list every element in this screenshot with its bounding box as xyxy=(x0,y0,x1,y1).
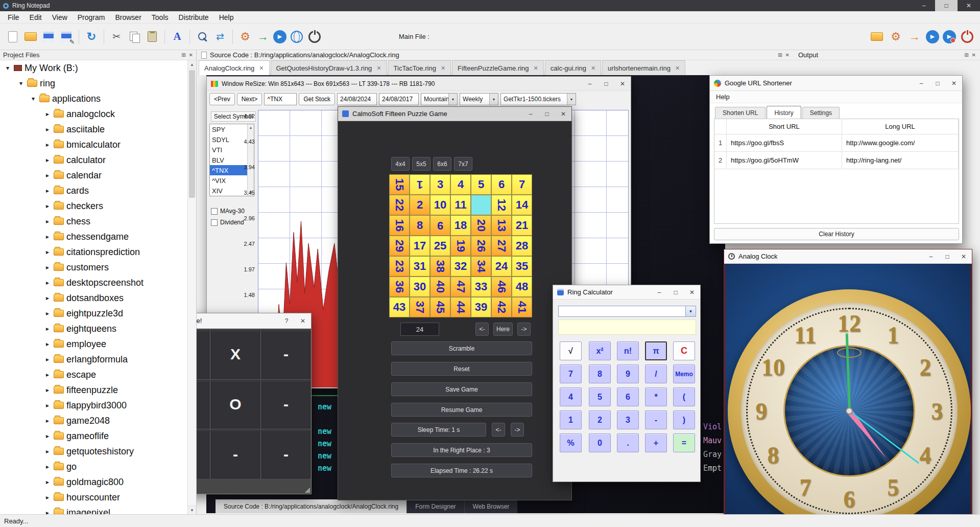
calculator-history-dropdown[interactable]: ▼ xyxy=(558,306,696,317)
tictactoe-cell[interactable]: - xyxy=(261,430,310,478)
menu-view[interactable]: View xyxy=(47,12,72,23)
tree-item-desktopscreenshot[interactable]: ▸desktopscreenshot xyxy=(0,275,187,290)
collapsed-arrow-icon[interactable]: ▸ xyxy=(44,248,51,256)
editor-tab[interactable]: TicTacToe.ring✕ xyxy=(388,60,451,75)
titlebar[interactable]: Ring Notepad – □ ✕ xyxy=(0,0,980,11)
symbol-option[interactable]: SPY xyxy=(210,124,247,134)
scrollbar-thumb[interactable] xyxy=(189,70,195,198)
puzzle-tile[interactable]: 46 xyxy=(491,277,512,297)
tab-close-icon[interactable]: ✕ xyxy=(441,65,445,72)
tree-item-employee[interactable]: ▸employee xyxy=(0,336,187,352)
resize-window-titlebar[interactable]: Window ReSize: Win 851x643 --- Box 691x5… xyxy=(207,77,631,91)
maximize-icon[interactable]: □ xyxy=(934,80,942,87)
menu-file[interactable]: File xyxy=(3,12,24,23)
puzzle-tile[interactable]: 2 xyxy=(410,195,430,215)
calculator-titlebar[interactable]: Ring Calculator – □ ✕ xyxy=(553,285,700,300)
bottom-tab[interactable]: Web Browser xyxy=(464,499,518,513)
calc-button[interactable]: 9 xyxy=(617,364,639,383)
calc-button[interactable]: - xyxy=(645,410,667,429)
calc-button[interactable]: * xyxy=(645,387,667,406)
tickers-dropdown[interactable]: GetTkr1-1500.tickers ▼ xyxy=(500,93,576,105)
puzzle-tile[interactable]: 20 xyxy=(471,215,491,236)
run-icon[interactable]: ▶ xyxy=(926,30,939,43)
calc-button[interactable]: 7 xyxy=(560,364,582,383)
close-icon[interactable]: ✕ xyxy=(960,253,968,260)
paste-icon[interactable] xyxy=(145,29,160,44)
puzzle-tile[interactable]: 7 xyxy=(512,174,532,195)
puzzle-tile[interactable]: 39 xyxy=(471,297,491,317)
tab-close-icon[interactable]: ✕ xyxy=(675,65,680,72)
url-tab-history[interactable]: History xyxy=(767,106,801,119)
url-tab-shorten-url[interactable]: Shorten URL xyxy=(715,107,766,119)
run-icon[interactable]: ▶ xyxy=(273,30,286,43)
editor-tab[interactable]: AnalogClock.ring✕ xyxy=(199,60,270,75)
puzzle-tile[interactable]: 29 xyxy=(389,236,410,256)
collapsed-arrow-icon[interactable]: ▸ xyxy=(44,172,51,179)
puzzle-tile[interactable]: 16 xyxy=(389,215,410,236)
collapsed-arrow-icon[interactable]: ▸ xyxy=(44,156,51,164)
puzzle-tile[interactable]: 22 xyxy=(389,195,410,215)
tree-item-cards[interactable]: ▸cards xyxy=(0,183,187,198)
chart-style-dropdown[interactable]: Mountain ▼ xyxy=(421,93,458,105)
save-as-icon[interactable] xyxy=(59,29,74,44)
collapsed-arrow-icon[interactable]: ▸ xyxy=(44,386,51,394)
calc-button[interactable]: √ xyxy=(560,341,582,360)
sleep-increase-button[interactable]: -> xyxy=(511,423,524,437)
sleep-decrease-button[interactable]: <- xyxy=(492,423,505,437)
tree-scrollbar[interactable]: ▲ ▼ xyxy=(187,60,196,514)
tree-item-goldmagic800[interactable]: ▸goldmagic800 xyxy=(0,474,187,490)
close-icon[interactable]: ✕ xyxy=(559,110,567,118)
collapsed-arrow-icon[interactable]: ▸ xyxy=(44,448,51,455)
dock-icon[interactable]: ⊞ xyxy=(778,52,782,58)
get-stock-button[interactable]: Get Stock xyxy=(299,93,335,105)
url-shortener-titlebar[interactable]: Google URL Shortener – □ ✕ xyxy=(710,76,962,91)
minimize-icon[interactable]: – xyxy=(913,0,935,11)
puzzle-tile[interactable]: 40 xyxy=(430,277,450,297)
tree-item-calendar[interactable]: ▸calendar xyxy=(0,168,187,183)
calc-button[interactable]: + xyxy=(645,433,667,452)
tree-item-eightpuzzle3d[interactable]: ▸eightpuzzle3d xyxy=(0,306,187,321)
settings-icon[interactable]: ⚙ xyxy=(237,29,253,44)
puzzle-tile[interactable]: 18 xyxy=(450,215,471,236)
save-game-button[interactable]: Save Game xyxy=(391,382,532,396)
sleep-time-button[interactable]: Sleep Time: 1 s xyxy=(391,423,486,437)
puzzle-tile[interactable]: 19 xyxy=(450,236,471,256)
tictactoe-cell[interactable]: O xyxy=(211,380,260,429)
minimize-icon[interactable]: – xyxy=(655,289,663,296)
calc-button[interactable]: x² xyxy=(589,341,611,360)
calc-button[interactable]: 6 xyxy=(617,387,639,406)
collapsed-arrow-icon[interactable]: ▸ xyxy=(44,356,51,363)
clear-history-button[interactable]: Clear History xyxy=(714,228,959,240)
puzzle-tile[interactable]: 13 xyxy=(491,215,512,236)
puzzle-tile[interactable]: 45 xyxy=(430,297,450,317)
editor-tab[interactable]: urlshortenermain.ring✕ xyxy=(602,60,685,75)
puzzle-tile[interactable]: 14 xyxy=(512,195,532,215)
menu-help[interactable]: Help xyxy=(716,93,730,101)
calc-button[interactable]: C xyxy=(673,341,695,360)
tab-close-icon[interactable]: ✕ xyxy=(259,65,264,72)
puzzle-window-titlebar[interactable]: CalmoSoft Fifteen Puzzle Game – □ ✕ xyxy=(338,107,571,121)
puzzle-tile[interactable]: 12 xyxy=(491,195,512,215)
prev-button[interactable]: <Prev xyxy=(209,93,235,105)
puzzle-tile[interactable]: 9 xyxy=(430,215,450,236)
symbol-input[interactable] xyxy=(264,93,297,105)
mavg-checkbox[interactable]: MAvg-30 xyxy=(211,208,245,215)
open-folder-icon[interactable] xyxy=(869,29,885,44)
minimize-icon[interactable]: – xyxy=(527,110,535,118)
collapsed-arrow-icon[interactable]: ▸ xyxy=(44,233,51,240)
puzzle-tile[interactable]: 4 xyxy=(450,174,471,195)
puzzle-tile[interactable]: 5 xyxy=(471,174,491,195)
replace-icon[interactable]: ⇄ xyxy=(212,29,228,44)
tree-item-analogclock[interactable]: ▸analogclock xyxy=(0,106,187,122)
listbox-scrollbar[interactable]: ▲▼ xyxy=(247,124,254,196)
puzzle-tile[interactable]: 21 xyxy=(512,215,532,236)
editor-tab[interactable]: GetQuotesHistoryDraw-v1.3.ring✕ xyxy=(271,60,387,75)
menu-program[interactable]: Program xyxy=(73,12,110,23)
collapsed-arrow-icon[interactable]: ▸ xyxy=(44,279,51,286)
menu-browser[interactable]: Browser xyxy=(110,12,146,23)
collapsed-arrow-icon[interactable]: ▸ xyxy=(44,463,51,470)
tictactoe-cell[interactable]: - xyxy=(261,330,310,379)
tab-close-icon[interactable]: ✕ xyxy=(534,65,538,72)
calc-button[interactable]: n! xyxy=(617,341,639,360)
bottom-tab[interactable]: Form Designer xyxy=(407,499,464,513)
